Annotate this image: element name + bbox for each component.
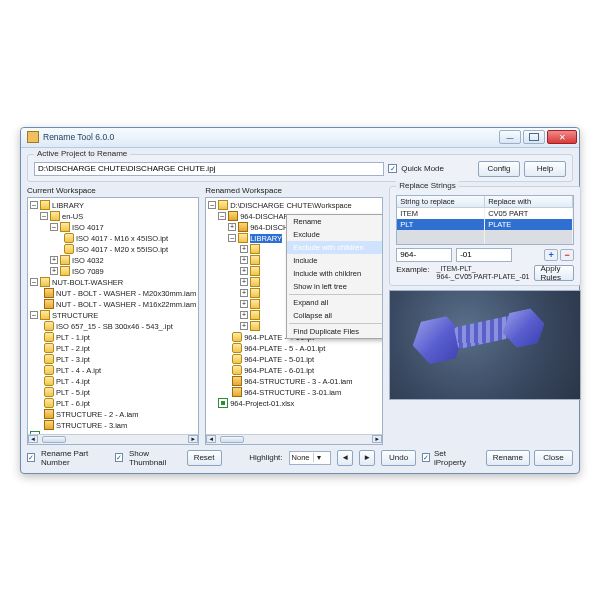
assembly-icon: [44, 409, 54, 419]
undo-button[interactable]: Undo: [381, 450, 416, 466]
tree-item[interactable]: en-US: [62, 212, 83, 221]
renamed-workspace-tree[interactable]: –D:\DISCHARGE CHUTE\Workspace –964-DISCH…: [205, 197, 383, 445]
rename-button[interactable]: Rename: [486, 450, 530, 466]
tree-item[interactable]: LIBRARY: [52, 201, 84, 210]
menu-expand-all[interactable]: Expand all: [287, 296, 383, 309]
expand-icon[interactable]: +: [240, 289, 248, 297]
highlight-next-button[interactable]: ►: [359, 450, 375, 466]
tree-item[interactable]: STRUCTURE: [52, 311, 98, 320]
tree-item[interactable]: STRUCTURE - 3.iam: [56, 421, 127, 430]
tree-item[interactable]: PLT - 3.ipt: [56, 355, 90, 364]
table-cell[interactable]: CV05 PART: [485, 208, 573, 219]
remove-rule-button[interactable]: −: [560, 249, 574, 261]
prefix-input[interactable]: [396, 248, 452, 262]
hscrollbar[interactable]: ◄►: [28, 434, 198, 444]
highlight-prev-button[interactable]: ◄: [337, 450, 353, 466]
quick-mode-checkbox[interactable]: ✓: [388, 164, 397, 173]
menu-include-children[interactable]: Include with childrenF6: [287, 267, 383, 280]
close-window-button[interactable]: ✕: [547, 130, 577, 144]
tree-item[interactable]: PLT - 1.ipt: [56, 333, 90, 342]
expand-icon[interactable]: +: [240, 245, 248, 253]
expand-icon[interactable]: –: [30, 311, 38, 319]
menu-show-left[interactable]: Show in left treeF8: [287, 280, 383, 293]
expand-icon[interactable]: +: [240, 256, 248, 264]
tree-item-selected[interactable]: LIBRARY: [250, 234, 282, 243]
tree-item[interactable]: ISO 4017: [72, 223, 104, 232]
tree-item[interactable]: PLT - 5.ipt: [56, 388, 90, 397]
close-button[interactable]: Close: [534, 450, 573, 466]
expand-icon[interactable]: +: [240, 267, 248, 275]
add-rule-button[interactable]: +: [544, 249, 558, 261]
part-icon: [44, 398, 54, 408]
menu-collapse-all[interactable]: Collapse all: [287, 309, 383, 322]
col-header[interactable]: Replace with: [485, 196, 573, 207]
nut-icon: [499, 305, 549, 351]
hscrollbar[interactable]: ◄►: [206, 434, 382, 444]
expand-icon[interactable]: –: [218, 212, 226, 220]
tree-item[interactable]: STRUCTURE - 2 - A.iam: [56, 410, 139, 419]
set-iproperty-label: Set iProperty: [434, 449, 473, 467]
tree-item[interactable]: 964-PLATE - 6-01.ipt: [244, 366, 314, 375]
expand-icon[interactable]: +: [240, 322, 248, 330]
tree-item[interactable]: D:\DISCHARGE CHUTE\Workspace: [230, 201, 352, 210]
expand-icon[interactable]: –: [30, 278, 38, 286]
expand-icon[interactable]: –: [208, 201, 216, 209]
context-menu[interactable]: RenameF2 ExcludeF3 Exclude with children…: [286, 214, 383, 339]
apply-rules-button[interactable]: Apply Rules: [534, 265, 575, 281]
tree-item[interactable]: PLT - 6.ipt: [56, 399, 90, 408]
expand-icon[interactable]: –: [40, 212, 48, 220]
menu-include[interactable]: IncludeF5: [287, 254, 383, 267]
rename-part-number-checkbox[interactable]: ✓: [27, 453, 35, 462]
expand-icon[interactable]: +: [240, 311, 248, 319]
tree-item[interactable]: PLT - 4.ipt: [56, 377, 90, 386]
tree-item[interactable]: 964-PLATE - 5-01.ipt: [244, 355, 314, 364]
menu-rename[interactable]: RenameF2: [287, 215, 383, 228]
titlebar[interactable]: Rename Tool 6.0.0 — ✕: [21, 128, 579, 148]
col-header[interactable]: String to replace: [397, 196, 485, 207]
tree-item[interactable]: ISO 7089: [72, 267, 104, 276]
tree-item[interactable]: ISO 4017 - M16 x 45ISO.ipt: [76, 234, 168, 243]
table-cell[interactable]: PLT: [397, 219, 485, 230]
help-button[interactable]: Help: [524, 161, 566, 177]
tree-item[interactable]: ISO 4032: [72, 256, 104, 265]
tree-item[interactable]: ISO 4017 - M20 x 55ISO.ipt: [76, 245, 168, 254]
expand-icon[interactable]: –: [228, 234, 236, 242]
config-button[interactable]: Config: [478, 161, 520, 177]
expand-icon[interactable]: –: [30, 201, 38, 209]
menu-exclude-children[interactable]: Exclude with childrenF4: [287, 241, 383, 254]
menu-exclude[interactable]: ExcludeF3: [287, 228, 383, 241]
expand-icon[interactable]: +: [228, 223, 236, 231]
folder-icon: [250, 288, 260, 298]
folder-icon: [250, 255, 260, 265]
part-icon: [232, 365, 242, 375]
set-iproperty-checkbox[interactable]: ✓: [422, 453, 430, 462]
replace-table[interactable]: String to replaceReplace with ITEMCV05 P…: [396, 195, 574, 245]
tree-item[interactable]: 964-Project-01.xlsx: [230, 399, 294, 408]
tree-item[interactable]: 964-STRUCTURE - 3-01.iam: [244, 388, 341, 397]
minimize-button[interactable]: —: [499, 130, 521, 144]
tree-item[interactable]: 964-PLATE - 5 - A-01.ipt: [244, 344, 325, 353]
tree-item[interactable]: NUT - BOLT - WASHER - M20x30mm.iam: [56, 289, 196, 298]
highlight-combo[interactable]: None▾: [289, 451, 332, 465]
expand-icon[interactable]: –: [50, 223, 58, 231]
thumbnail-preview: [389, 290, 581, 400]
expand-icon[interactable]: +: [240, 300, 248, 308]
table-cell[interactable]: PLATE: [485, 219, 573, 230]
project-path-input[interactable]: [34, 162, 384, 176]
reset-button[interactable]: Reset: [187, 450, 222, 466]
tree-item[interactable]: NUT - BOLT - WASHER - M16x22mm.iam: [56, 300, 196, 309]
table-cell[interactable]: ITEM: [397, 208, 485, 219]
expand-icon[interactable]: +: [50, 267, 58, 275]
expand-icon[interactable]: +: [50, 256, 58, 264]
show-thumbnail-checkbox[interactable]: ✓: [115, 453, 123, 462]
tree-item[interactable]: 964-STRUCTURE - 3 - A-01.iam: [244, 377, 352, 386]
menu-find-duplicates[interactable]: Find Duplicate Files: [287, 325, 383, 338]
suffix-input[interactable]: [456, 248, 512, 262]
current-workspace-tree[interactable]: –LIBRARY –en-US –ISO 4017 ISO 4017 - M16…: [27, 197, 199, 445]
expand-icon[interactable]: +: [240, 278, 248, 286]
tree-item[interactable]: PLT - 4 - A.ipt: [56, 366, 101, 375]
tree-item[interactable]: NUT-BOLT-WASHER: [52, 278, 123, 287]
maximize-button[interactable]: [523, 130, 545, 144]
tree-item[interactable]: ISO 657_15 - SB 300x46 - 543_.ipt: [56, 322, 173, 331]
tree-item[interactable]: PLT - 2.ipt: [56, 344, 90, 353]
